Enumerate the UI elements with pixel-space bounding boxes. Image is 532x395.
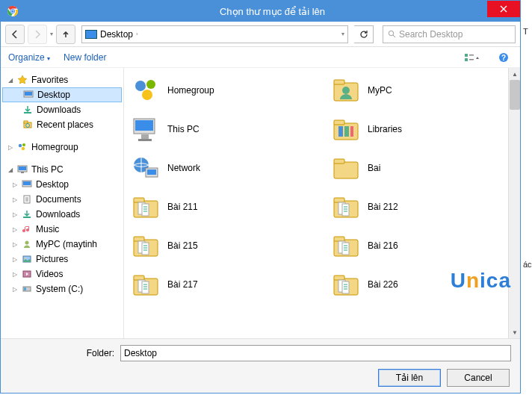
list-item[interactable]: Bai bbox=[327, 149, 520, 187]
svg-point-34 bbox=[146, 80, 155, 89]
sidebar-item-music[interactable]: ▷Music bbox=[2, 222, 122, 237]
svg-point-3 bbox=[11, 10, 13, 12]
svg-rect-26 bbox=[23, 217, 31, 218]
list-item[interactable]: This PC bbox=[127, 110, 320, 149]
list-item[interactable]: Libraries bbox=[327, 110, 520, 149]
search-input[interactable]: Search Desktop bbox=[383, 25, 516, 43]
svg-rect-60 bbox=[342, 204, 349, 216]
forward-button[interactable] bbox=[28, 25, 47, 44]
upload-button[interactable]: Tải lên bbox=[378, 369, 441, 387]
svg-rect-76 bbox=[342, 282, 349, 293]
titlebar[interactable]: Chọn thư mục để tải lên bbox=[1, 1, 520, 22]
expand-icon[interactable]: ▷ bbox=[11, 241, 18, 248]
homegroup-section[interactable]: ▷ Homegroup bbox=[2, 140, 122, 155]
expand-icon[interactable]: ▷ bbox=[11, 271, 18, 278]
svg-rect-6 bbox=[465, 58, 468, 61]
item-icon bbox=[21, 178, 33, 190]
sidebar-item-system-c-[interactable]: ▷System (C:) bbox=[2, 282, 122, 296]
svg-rect-22 bbox=[21, 172, 24, 173]
svg-rect-13 bbox=[24, 112, 31, 113]
breadcrumb-location: Desktop bbox=[100, 29, 133, 40]
sidebar-item-mypc-maytinh[interactable]: ▷MyPC (maytinh bbox=[2, 237, 122, 252]
scroll-down-icon[interactable]: ▼ bbox=[509, 326, 520, 338]
recent-dropdown-icon[interactable]: ▾ bbox=[50, 31, 53, 37]
list-item[interactable]: Bài 216 bbox=[327, 226, 520, 265]
item-icon bbox=[21, 208, 33, 220]
sidebar-item-desktop[interactable]: Desktop bbox=[2, 87, 122, 102]
svg-rect-8 bbox=[469, 59, 474, 60]
user-icon bbox=[330, 75, 362, 106]
chrome-icon bbox=[7, 5, 19, 17]
svg-rect-46 bbox=[344, 126, 349, 137]
svg-point-33 bbox=[135, 81, 146, 91]
svg-rect-64 bbox=[142, 243, 149, 255]
folder-label: Folder: bbox=[10, 348, 114, 358]
organize-menu[interactable]: Organize ▾ bbox=[8, 52, 50, 63]
item-icon bbox=[21, 193, 33, 205]
scroll-up-icon[interactable]: ▲ bbox=[509, 68, 520, 80]
list-item[interactable]: Bài 226 bbox=[327, 265, 520, 304]
file-list: HomegroupMyPCThis PCLibrariesNetworkBaiB… bbox=[124, 68, 520, 338]
favorites-section[interactable]: ◢ Favorites bbox=[2, 72, 122, 87]
new-folder-button[interactable]: New folder bbox=[64, 52, 106, 63]
refresh-button[interactable] bbox=[354, 25, 374, 43]
chevron-down-icon[interactable]: ▾ bbox=[341, 31, 344, 37]
expand-icon[interactable]: ▷ bbox=[11, 256, 18, 263]
svg-rect-52 bbox=[334, 159, 344, 164]
expand-icon[interactable]: ▷ bbox=[11, 181, 18, 188]
list-item[interactable]: Bài 211 bbox=[127, 187, 320, 226]
svg-rect-47 bbox=[350, 126, 353, 137]
expand-icon[interactable]: ▷ bbox=[11, 286, 18, 293]
expand-icon[interactable]: ▷ bbox=[7, 144, 13, 151]
svg-text:?: ? bbox=[501, 53, 506, 61]
close-button[interactable] bbox=[487, 1, 520, 17]
thispc-section[interactable]: ◢ This PC bbox=[2, 162, 122, 177]
list-item[interactable]: Homegroup bbox=[127, 71, 320, 110]
list-item[interactable]: Bài 217 bbox=[127, 265, 320, 304]
folder-icon bbox=[22, 104, 34, 116]
expand-icon[interactable]: ▷ bbox=[11, 196, 18, 203]
expand-icon[interactable]: ▷ bbox=[11, 211, 18, 218]
view-options-button[interactable] bbox=[463, 49, 481, 66]
collapse-icon[interactable]: ◢ bbox=[7, 77, 13, 84]
cancel-button[interactable]: Cancel bbox=[447, 369, 510, 387]
up-button[interactable] bbox=[56, 25, 75, 44]
svg-point-17 bbox=[19, 144, 22, 147]
folder-docs-icon bbox=[130, 191, 161, 223]
svg-rect-70 bbox=[134, 276, 144, 280]
sidebar-item-downloads[interactable]: ▷Downloads bbox=[2, 207, 122, 222]
svg-rect-68 bbox=[342, 243, 349, 255]
sidebar-item-desktop[interactable]: ▷Desktop bbox=[2, 177, 122, 192]
scrollbar[interactable]: ▲ ▼ bbox=[508, 68, 520, 338]
navigation-pane: ◢ Favorites DesktopDownloadsRecent place… bbox=[1, 68, 124, 338]
folder-input[interactable] bbox=[120, 345, 511, 361]
folder-icon bbox=[22, 119, 34, 131]
svg-point-4 bbox=[389, 31, 393, 35]
sidebar-item-videos[interactable]: ▷Videos bbox=[2, 267, 122, 282]
search-icon bbox=[388, 30, 396, 38]
svg-rect-40 bbox=[135, 120, 153, 131]
sidebar-item-pictures[interactable]: ▷Pictures bbox=[2, 252, 122, 267]
svg-rect-41 bbox=[141, 134, 149, 139]
svg-rect-12 bbox=[25, 92, 32, 96]
breadcrumb[interactable]: Desktop › ▾ bbox=[81, 25, 348, 43]
expand-icon[interactable]: ▷ bbox=[11, 226, 18, 233]
sidebar-item-downloads[interactable]: Downloads bbox=[2, 102, 122, 117]
collapse-icon[interactable]: ◢ bbox=[7, 167, 13, 173]
back-button[interactable] bbox=[5, 25, 25, 44]
list-item[interactable]: MyPC bbox=[327, 71, 520, 110]
item-icon bbox=[21, 283, 33, 295]
svg-rect-42 bbox=[138, 139, 152, 141]
dialog-body: ◢ Favorites DesktopDownloadsRecent place… bbox=[1, 68, 520, 338]
item-icon bbox=[21, 253, 33, 265]
scroll-thumb[interactable] bbox=[510, 80, 520, 110]
list-item[interactable]: Bài 212 bbox=[327, 187, 520, 226]
list-item[interactable]: Bài 215 bbox=[127, 226, 320, 265]
folder-docs-icon bbox=[330, 269, 362, 300]
homegroup-icon bbox=[130, 75, 161, 106]
sidebar-item-documents[interactable]: ▷Documents bbox=[2, 192, 122, 207]
help-button[interactable]: ? bbox=[495, 49, 513, 66]
sidebar-item-recent-places[interactable]: Recent places bbox=[2, 117, 122, 132]
star-icon bbox=[16, 74, 28, 86]
list-item[interactable]: Network bbox=[127, 149, 320, 187]
